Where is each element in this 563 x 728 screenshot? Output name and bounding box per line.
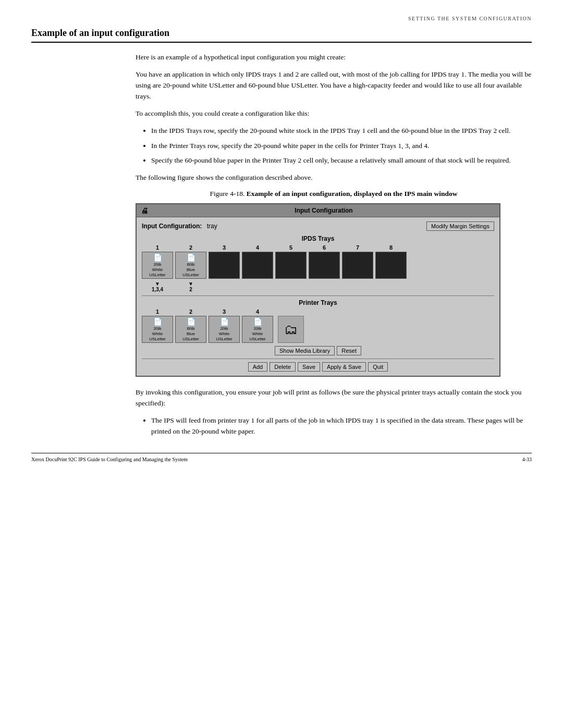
input-config-value: tray xyxy=(207,223,217,230)
ipds-trays-label: IPDS Trays xyxy=(142,235,494,242)
printer-tray-col-1: 1 📄 20lb White USLetter xyxy=(142,309,173,343)
ipds-tray-cell-7[interactable] xyxy=(342,252,373,279)
ipds-tray-col-8: 8 xyxy=(375,244,407,279)
ipds-tray-cell-8[interactable] xyxy=(375,252,407,279)
ptray4-text: 20lb White USLetter xyxy=(249,326,266,341)
bullet-2: In the Printer Trays row, specify the 20… xyxy=(151,141,532,152)
bottom-para1: By invoking this configuration, you ensu… xyxy=(136,387,532,409)
ips-titlebar: 🖨 Input Configuration xyxy=(137,204,499,217)
ipds-tray-cell-5[interactable] xyxy=(275,252,307,279)
ipds-tray-num-4: 4 xyxy=(256,244,259,251)
ptray4-color: White xyxy=(249,331,266,337)
figure-caption: Figure 4-18. Example of an input configu… xyxy=(136,190,532,198)
ptray2-color: Blue xyxy=(182,331,199,337)
printer-tray-num-3: 3 xyxy=(223,309,226,315)
reset-btn[interactable]: Reset xyxy=(337,346,361,355)
ptray1-lb: 20lb xyxy=(149,326,166,331)
ipds-tray-num-1: 1 xyxy=(156,244,159,251)
ipds-tray-col-4: 4 xyxy=(242,244,273,279)
ipds-tray-col-6: 6 xyxy=(309,244,340,279)
tray2-lb: 60lb xyxy=(182,262,199,267)
printer-tray-cell-2[interactable]: 📄 60lb Blue USLetter xyxy=(175,316,206,343)
printer-tray-num-4: 4 xyxy=(256,309,259,315)
printer-trays-section: Printer Trays 1 📄 20lb White USLetter xyxy=(142,299,494,355)
ipds-tray-col-3: 3 xyxy=(209,244,240,279)
printer-tray-cell-4[interactable]: 📄 20lb White USLetter xyxy=(242,316,273,343)
body-bullets: In the IPDS Trays row, specify the 20-po… xyxy=(146,126,532,167)
quit-btn[interactable]: Quit xyxy=(368,362,388,372)
ipds-tray-col-5: 5 xyxy=(275,244,307,279)
ipds-tray-cell-3[interactable] xyxy=(209,252,240,279)
footer-right: 4-33 xyxy=(522,456,532,462)
ips-divider xyxy=(142,295,494,296)
printer-tray-col-3: 3 📄 20lb White USLetter xyxy=(209,309,240,343)
footer-left: Xerox DocuPrint 92C IPS Guide to Configu… xyxy=(31,456,188,462)
printer-tray-num-2: 2 xyxy=(189,309,192,315)
input-config-row: Input Configuration: tray xyxy=(142,223,217,230)
tray-paper-icon-2: 📄 xyxy=(187,253,195,262)
page-container: Setting the System Configuration Example… xyxy=(0,0,563,728)
tray1-lb: 20lb xyxy=(149,262,166,267)
media-tray-icon: 🗂 xyxy=(278,316,304,343)
ipds-tray-num-3: 3 xyxy=(223,244,226,251)
arrow-cell-1: ▼ 1,3,4 xyxy=(142,281,173,292)
tray2-text: 60lb Blue USLetter xyxy=(182,262,199,277)
figure-caption-text: Example of an input configuration, displ… xyxy=(247,190,458,198)
ptray4-size: USLetter xyxy=(249,337,266,342)
ptray3-lb: 20lb xyxy=(216,326,232,331)
printer-tray-cell-3[interactable]: 📄 20lb White USLetter xyxy=(209,316,240,343)
bullet-3: Specify the 60-pound blue paper in the P… xyxy=(151,155,532,166)
ipds-tray-num-5: 5 xyxy=(289,244,292,251)
bottom-bullet-1: The IPS will feed from printer tray 1 fo… xyxy=(151,415,532,437)
body-para1: Here is an example of a hypothetical inp… xyxy=(136,52,532,63)
printer-tray-col-4: 4 📄 20lb White USLetter xyxy=(242,309,273,343)
ptray-paper-icon-2: 📄 xyxy=(187,317,195,326)
tray1-text: 20lb White USLetter xyxy=(149,262,166,277)
printer-tray-cell-1[interactable]: 📄 20lb White USLetter xyxy=(142,316,173,343)
ips-window: 🖨 Input Configuration Input Configuratio… xyxy=(136,203,500,377)
body-para4: The following figure shows the configura… xyxy=(136,172,532,183)
arrow-cell-2: ▼ 2 xyxy=(175,281,206,292)
ipds-tray-cell-2[interactable]: 📄 60lb Blue USLetter xyxy=(175,252,206,279)
ipds-tray-cell-1[interactable]: 📄 20lb White USLetter xyxy=(142,252,173,279)
printer-tray-col-2: 2 📄 60lb Blue USLetter xyxy=(175,309,206,343)
ipds-tray-col-2: 2 📄 60lb Blue USLetter xyxy=(175,244,206,279)
printer-tray-num-media xyxy=(290,309,291,315)
arrow-label-2: 2 xyxy=(189,287,192,292)
ips-title: Input Configuration xyxy=(152,207,495,214)
printer-icon: 🖨 xyxy=(141,206,148,215)
ipds-arrow-row: ▼ 1,3,4 ▼ 2 xyxy=(142,281,494,292)
ips-body: Input Configuration: tray Modify Margin … xyxy=(137,217,499,376)
ptray3-color: White xyxy=(216,331,232,337)
input-config-label: Input Configuration: xyxy=(142,223,202,230)
media-icon: 🗂 xyxy=(284,322,298,338)
ipds-tray-cell-6[interactable] xyxy=(309,252,340,279)
page-header: Setting the System Configuration xyxy=(31,16,532,21)
save-btn[interactable]: Save xyxy=(298,362,320,372)
body-para3: To accomplish this, you could create a c… xyxy=(136,108,532,119)
ptray-paper-icon-3: 📄 xyxy=(220,317,229,326)
modify-margin-btn[interactable]: Modify Margin Settings xyxy=(426,221,494,231)
printer-trays-label: Printer Trays xyxy=(142,299,494,306)
ipds-tray-col-1: 1 📄 20lb White USLetter xyxy=(142,244,173,279)
arrow-down-1: ▼ xyxy=(155,281,160,287)
ptray3-size: USLetter xyxy=(216,337,232,342)
ptray2-lb: 60lb xyxy=(182,326,199,331)
apply-save-btn[interactable]: Apply & Save xyxy=(322,362,366,372)
arrow-label-1: 1,3,4 xyxy=(152,287,163,292)
add-btn[interactable]: Add xyxy=(248,362,268,372)
tray1-color: White xyxy=(149,267,166,273)
ptray2-text: 60lb Blue USLetter xyxy=(182,326,199,341)
ipds-tray-col-7: 7 xyxy=(342,244,373,279)
show-media-library-btn[interactable]: Show Media Library xyxy=(275,346,335,355)
bottom-bullets: The IPS will feed from printer tray 1 fo… xyxy=(146,415,532,437)
header-text: Setting the System Configuration xyxy=(408,16,532,21)
ipds-tray-num-6: 6 xyxy=(323,244,326,251)
ptray2-size: USLetter xyxy=(182,337,199,342)
ipds-tray-cell-4[interactable] xyxy=(242,252,273,279)
media-buttons-row: Show Media Library Reset xyxy=(142,346,494,355)
bullet-1: In the IPDS Trays row, specify the 20-po… xyxy=(151,126,532,137)
delete-btn[interactable]: Delete xyxy=(270,362,296,372)
ipds-tray-grid: 1 📄 20lb White USLetter 2 📄 xyxy=(142,244,494,279)
ptray3-text: 20lb White USLetter xyxy=(216,326,232,341)
